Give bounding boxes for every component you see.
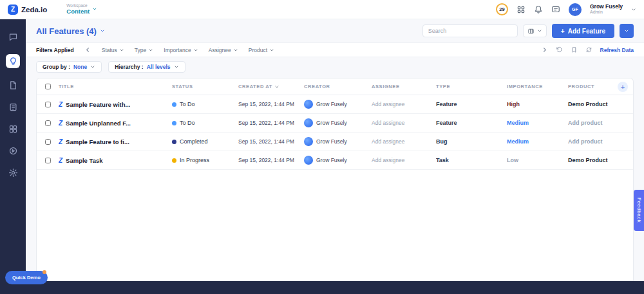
column-created-at[interactable]: CREATED AT (238, 84, 304, 89)
table-row[interactable]: Z Sample Task In Progress Sep 15, 2022, … (37, 151, 633, 170)
filters-applied-label: Filters Applied (36, 47, 74, 53)
user-avatar[interactable]: GF (569, 3, 582, 16)
filter-importance[interactable]: Importance (164, 47, 198, 53)
table-row[interactable]: Z Sample Feature with... To Do Sep 15, 2… (37, 95, 633, 114)
chevron-down-icon (90, 64, 95, 69)
topbar-actions: 29 GF Grow Fusely Admin (496, 3, 636, 16)
sidebar-lists-icon[interactable] (8, 102, 18, 112)
sort-chevron-icon (274, 84, 279, 89)
feature-title[interactable]: Sample Feature with... (66, 101, 130, 108)
user-name: Grow Fusely (590, 3, 623, 10)
group-by-dropdown[interactable]: Group by : None (36, 61, 102, 73)
quick-demo-button[interactable]: Quick Demo (5, 271, 48, 284)
credits-badge[interactable]: 29 (496, 3, 508, 15)
status-cell[interactable]: Completed (172, 138, 238, 145)
type-label: Feature (436, 120, 507, 126)
feature-title[interactable]: Sample Task (66, 157, 102, 164)
user-role: Admin (590, 10, 623, 15)
logo-text: Zeda.io (21, 6, 47, 14)
add-assignee-button[interactable]: Add assignee (372, 157, 436, 163)
bookmark-icon[interactable] (571, 46, 578, 53)
creator-name: Grow Fusely (316, 157, 347, 163)
status-cell[interactable]: To Do (172, 101, 238, 107)
add-feature-button[interactable]: + Add Feature (552, 24, 614, 38)
apps-grid-icon[interactable] (516, 5, 526, 14)
importance-label[interactable]: Low (507, 157, 568, 163)
filters-scroll-right-icon[interactable] (541, 46, 548, 53)
chevron-down-icon[interactable] (631, 7, 636, 12)
row-checkbox[interactable] (45, 158, 51, 163)
workspace-name: Content (66, 8, 90, 15)
creator-cell: Grow Fusely (304, 100, 372, 109)
row-checkbox[interactable] (45, 120, 51, 126)
row-checkbox[interactable] (45, 139, 51, 145)
filter-assignee[interactable]: Assignee (209, 47, 238, 53)
product-label[interactable]: Add product (568, 138, 633, 145)
sync-icon[interactable] (585, 46, 592, 53)
status-cell[interactable]: To Do (172, 120, 238, 126)
bell-icon[interactable] (534, 5, 543, 14)
view-options-button[interactable] (523, 24, 547, 37)
chevron-down-icon (92, 6, 97, 12)
table-row[interactable]: Z Sample Unplanned F... To Do Sep 15, 20… (37, 114, 633, 133)
search-input[interactable] (422, 24, 518, 37)
filter-label: Type (135, 47, 146, 53)
sidebar-inbox-icon[interactable] (8, 32, 18, 42)
app-logo[interactable]: Z Zeda.io (8, 5, 47, 15)
status-cell[interactable]: In Progress (172, 157, 238, 163)
importance-label[interactable]: Medium (507, 120, 568, 126)
table-row[interactable]: Z Sample Feature to fi... Completed Sep … (37, 133, 633, 151)
creator-name: Grow Fusely (316, 138, 347, 145)
filter-product[interactable]: Product (249, 47, 274, 53)
add-assignee-button[interactable]: Add assignee (372, 101, 436, 107)
quick-demo-label: Quick Demo (12, 275, 41, 280)
select-all-checkbox[interactable] (45, 84, 51, 89)
feedback-tab[interactable]: Feedback (634, 190, 644, 231)
sidebar-docs-icon[interactable] (8, 80, 18, 90)
column-importance[interactable]: IMPORTANCE (507, 84, 568, 89)
sidebar-apps-icon[interactable] (8, 124, 18, 134)
product-label[interactable]: Demo Product (568, 101, 633, 107)
chevron-down-icon (174, 64, 179, 69)
column-title[interactable]: TITLE (59, 84, 172, 89)
history-icon[interactable] (556, 46, 563, 53)
filter-label: Product (249, 47, 267, 53)
product-label[interactable]: Demo Product (568, 157, 633, 163)
topbar: Z Zeda.io Workspace Content 29 GF Grow F… (0, 0, 644, 19)
product-label[interactable]: Add product (568, 120, 633, 126)
add-assignee-button[interactable]: Add assignee (372, 138, 436, 145)
chevron-down-icon (537, 28, 542, 33)
status-label: Completed (180, 138, 208, 145)
creator-cell: Grow Fusely (304, 137, 372, 146)
workspace-switcher[interactable]: Workspace Content (66, 3, 97, 15)
chat-icon[interactable] (551, 5, 560, 14)
chevron-down-icon (148, 48, 153, 53)
page-title-dropdown[interactable]: All Features (4) (36, 26, 105, 36)
column-assignee[interactable]: ASSIGNEE (372, 84, 436, 89)
creator-avatar (304, 100, 313, 109)
add-feature-more-button[interactable] (620, 24, 634, 38)
column-creator[interactable]: CREATOR (304, 84, 372, 89)
feature-title[interactable]: Sample Feature to fi... (66, 138, 129, 145)
sidebar-academy-icon[interactable] (8, 146, 18, 156)
refresh-data-link[interactable]: Refresh Data (600, 47, 634, 53)
column-type[interactable]: TYPE (436, 84, 507, 89)
importance-label[interactable]: Medium (507, 138, 568, 145)
filters-scroll-left-icon[interactable] (84, 46, 91, 53)
group-by-label: Group by : (43, 64, 70, 70)
sidebar-settings-icon[interactable] (8, 168, 18, 178)
add-assignee-button[interactable]: Add assignee (372, 120, 436, 126)
type-label: Bug (436, 138, 507, 145)
chevron-down-icon (269, 48, 274, 53)
hierarchy-label: Hierarchy : (115, 64, 143, 70)
status-dot-icon (172, 140, 176, 144)
hierarchy-dropdown[interactable]: Hierarchy : All levels (108, 61, 185, 73)
column-status[interactable]: STATUS (172, 84, 238, 89)
filter-type[interactable]: Type (135, 47, 153, 53)
row-checkbox[interactable] (45, 102, 51, 107)
filter-status[interactable]: Status (102, 47, 124, 53)
sidebar-item-features[interactable] (6, 54, 20, 68)
importance-label[interactable]: High (507, 101, 568, 107)
add-column-button[interactable]: + (618, 82, 628, 92)
feature-title[interactable]: Sample Unplanned F... (66, 120, 131, 127)
